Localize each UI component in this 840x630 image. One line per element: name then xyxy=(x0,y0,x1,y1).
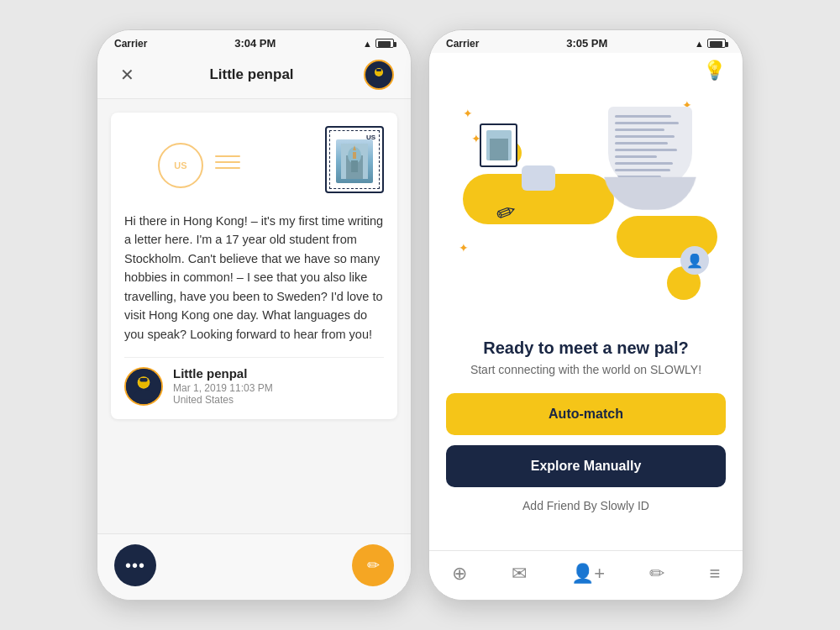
phone-1: Carrier 3:04 PM ▲ ✕ Little penpal xyxy=(97,29,412,601)
sparkle-icon-1: ✦ xyxy=(463,107,473,120)
status-icons-1: ▲ xyxy=(363,39,394,49)
author-country: United States xyxy=(173,394,273,406)
status-icons-2: ▲ xyxy=(695,39,726,49)
svg-rect-13 xyxy=(139,378,147,382)
svg-point-6 xyxy=(348,147,361,164)
svg-rect-5 xyxy=(346,155,363,179)
tab-add-friend[interactable]: 👤+ xyxy=(564,559,612,588)
letter-author: Little penpal Mar 1, 2019 11:03 PM Unite… xyxy=(124,357,384,406)
phone1-bottom: ••• ✏ xyxy=(97,533,411,600)
status-bar-1: Carrier 3:04 PM ▲ xyxy=(97,30,411,53)
carrier-2: Carrier xyxy=(446,38,479,50)
author-info: Little penpal Mar 1, 2019 11:03 PM Unite… xyxy=(173,366,273,406)
scroll-paper xyxy=(608,107,692,186)
illustration: ✦ ✦ ✦ ✦ ★ ✏ xyxy=(446,90,726,325)
postmark-text: US xyxy=(174,160,186,171)
svg-rect-4 xyxy=(341,144,368,179)
phone2-content: ✦ ✦ ✦ ✦ ★ ✏ xyxy=(429,90,743,550)
phone2-tabbar: ⊕ ✉ 👤+ ✏ ≡ xyxy=(429,550,743,600)
tab-mail[interactable]: ✉ xyxy=(505,559,533,588)
stamp: US xyxy=(325,126,384,193)
bulb-icon[interactable]: 💡 xyxy=(703,60,726,81)
close-button[interactable]: ✕ xyxy=(114,65,139,85)
postmark: US xyxy=(158,143,217,185)
phone1-content: US US xyxy=(97,99,411,533)
svg-rect-15 xyxy=(490,139,508,160)
stamp-label: US xyxy=(366,134,375,141)
wifi-icon: ▲ xyxy=(363,39,372,49)
phone2-header: 💡 xyxy=(429,53,743,90)
chat-bubble xyxy=(522,165,555,191)
wifi-icon-2: ▲ xyxy=(695,39,704,49)
author-name: Little penpal xyxy=(173,366,273,381)
tab-compose[interactable]: ✏ xyxy=(643,559,671,588)
ready-subtitle: Start connecting with the world on SLOWL… xyxy=(470,363,701,376)
status-bar-2: Carrier 3:05 PM ▲ xyxy=(429,30,743,53)
author-date: Mar 1, 2019 11:03 PM xyxy=(173,382,273,394)
avatar[interactable] xyxy=(364,60,394,90)
battery-icon xyxy=(375,39,394,48)
stamp-area: US US xyxy=(124,126,384,202)
author-avatar xyxy=(124,367,163,406)
svg-marker-9 xyxy=(353,145,356,150)
phone-2: Carrier 3:05 PM ▲ 💡 ✦ xyxy=(428,29,743,601)
svg-rect-7 xyxy=(351,160,358,172)
person-icon: 👤 xyxy=(680,246,709,275)
svg-rect-8 xyxy=(353,152,356,159)
letter-card: US US xyxy=(111,113,397,419)
scroll-curl xyxy=(604,177,696,210)
stamp-image xyxy=(336,139,373,183)
battery-icon-2 xyxy=(707,39,726,48)
time-2: 3:05 PM xyxy=(566,37,607,50)
carrier-1: Carrier xyxy=(114,38,147,50)
stamp-small xyxy=(480,123,517,167)
phone1-title: Little penpal xyxy=(209,66,293,83)
sparkle-icon-4: ✦ xyxy=(459,241,469,255)
time-1: 3:04 PM xyxy=(234,37,276,50)
svg-rect-3 xyxy=(376,69,381,71)
add-friend-id-button[interactable]: Add Friend By Slowly ID xyxy=(522,499,649,512)
tab-menu[interactable]: ≡ xyxy=(702,559,727,588)
dots-icon: ••• xyxy=(125,556,145,575)
edit-icon: ✏ xyxy=(367,556,380,575)
explore-manually-button[interactable]: Explore Manually xyxy=(446,445,726,487)
ready-title: Ready to meet a new pal? xyxy=(483,339,689,358)
phone1-header: ✕ Little penpal xyxy=(97,53,411,99)
letter-text: Hi there in Hong Kong! – it's my first t… xyxy=(124,212,384,344)
edit-button[interactable]: ✏ xyxy=(352,544,394,586)
more-options-button[interactable]: ••• xyxy=(114,544,156,586)
tab-globe[interactable]: ⊕ xyxy=(445,559,474,588)
automatch-button[interactable]: Auto-match xyxy=(446,393,726,435)
